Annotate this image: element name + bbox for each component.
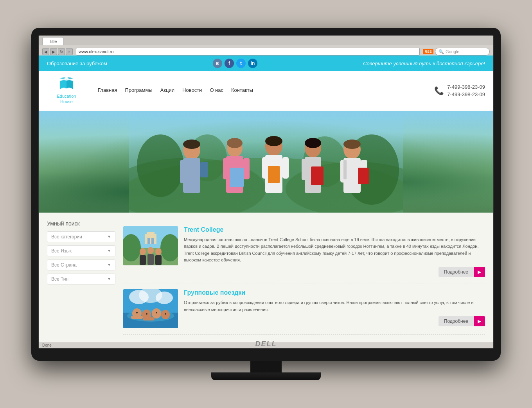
nav-news[interactable]: Новости (182, 87, 202, 94)
dropdown-arrow-country: ▼ (107, 263, 111, 267)
articles-list: Trent College Международная частная школ… (123, 220, 485, 335)
dropdown-arrow-type: ▼ (107, 277, 111, 281)
nav-programs[interactable]: Программы (125, 87, 152, 94)
dropdown-arrow-category: ▼ (107, 234, 111, 239)
filter-country[interactable]: Все Страна ▼ (47, 259, 115, 270)
monitor-stand-base (211, 372, 321, 380)
top-bar: Образование за рубежом в f t in Совершит… (39, 55, 493, 71)
article-content-trent: Trent College Международная частная школ… (184, 226, 485, 277)
status-text: Done (42, 343, 52, 347)
tab-title: Title (49, 39, 57, 44)
group-trips-image (123, 289, 178, 328)
article-title-trent[interactable]: Trent College (184, 226, 485, 233)
read-more-btn-trent[interactable]: Подробнее (439, 267, 474, 277)
svg-point-30 (305, 138, 321, 148)
filter-category[interactable]: Все категории ▼ (47, 231, 115, 242)
forward-button[interactable]: ▶ (50, 48, 57, 55)
svg-rect-47 (155, 255, 162, 265)
article-group-trips: Групповые поездки Отправьтесь за рубеж в… (123, 283, 485, 335)
article-content-group: Групповые поездки Отправьтесь за рубеж в… (184, 289, 485, 328)
logo-text: Education House (57, 93, 76, 105)
article-thumb-group (123, 289, 178, 328)
svg-point-42 (140, 248, 146, 255)
article-title-group[interactable]: Групповые поездки (184, 289, 485, 296)
article-thumb-trent (123, 226, 178, 265)
nav-home[interactable]: Главная (98, 87, 117, 94)
svg-point-13 (183, 140, 200, 149)
hero-overlay (39, 111, 493, 213)
article-trent-college: Trent College Международная частная школ… (123, 220, 485, 283)
url-bar[interactable]: www.olex-sandi.ru (76, 48, 420, 55)
logo-area[interactable]: Education House (47, 77, 86, 105)
svg-point-19 (227, 138, 243, 148)
svg-point-25 (265, 136, 282, 146)
svg-point-61 (156, 312, 157, 313)
back-button[interactable]: ◀ (42, 48, 49, 55)
filter-language[interactable]: Все Язык ▼ (47, 245, 115, 256)
social-linkedin[interactable]: in (248, 59, 257, 68)
read-more-arrow-group[interactable]: ▶ (474, 316, 485, 326)
svg-rect-28 (302, 159, 308, 180)
topbar-right-text: Совершите успешный путь к достойной карь… (363, 61, 485, 66)
social-twitter[interactable]: t (236, 59, 246, 68)
svg-rect-45 (147, 254, 154, 265)
svg-rect-29 (311, 166, 324, 185)
social-icons: в f t in (213, 59, 257, 68)
browser-nav-buttons: ◀ ▶ ↻ ⌂ (42, 48, 73, 55)
rss-badge[interactable]: RSS (423, 49, 433, 54)
svg-rect-17 (243, 158, 250, 179)
home-button[interactable]: ⌂ (66, 48, 73, 55)
read-more-row-group: Подробнее ▶ (184, 316, 485, 326)
svg-rect-63 (131, 316, 143, 319)
read-more-btn-group[interactable]: Подробнее (439, 316, 474, 326)
svg-rect-48 (145, 234, 156, 244)
svg-rect-23 (282, 157, 289, 179)
social-vk[interactable]: в (213, 59, 222, 68)
article-text-group: Отправьтесь за рубеж в сопровождении опы… (184, 299, 485, 313)
refresh-button[interactable]: ↻ (58, 48, 65, 55)
phone-number-1[interactable]: 7-499-398-23-09 (447, 83, 485, 91)
read-more-arrow-trent[interactable]: ▶ (474, 267, 485, 277)
browser-search[interactable]: 🔍 Google (435, 48, 490, 55)
browser-tab-bar: Title (39, 36, 493, 45)
browser-tab[interactable]: Title (42, 37, 63, 45)
phone-icon: 📞 (434, 86, 444, 95)
browser-chrome: ◀ ▶ ↻ ⌂ www.olex-sandi.ru RSS 🔍 Google (39, 45, 493, 55)
phone-numbers: 7-499-398-23-09 7-499-398-23-09 (447, 83, 485, 98)
svg-rect-64 (143, 317, 155, 320)
filter-type[interactable]: Все Тип ▼ (47, 274, 115, 285)
dell-logo: DELL (255, 340, 277, 348)
hero-banner (39, 111, 493, 213)
svg-rect-22 (262, 157, 268, 179)
website-content: Образование за рубежом в f t in Совершит… (39, 55, 493, 342)
main-content: Умный поиск Все категории ▼ Все Язык ▼ В… (39, 213, 493, 342)
topbar-left-text: Образование за рубежом (47, 61, 107, 66)
svg-rect-50 (147, 238, 150, 244)
phone-number-2[interactable]: 7-499-398-23-09 (447, 91, 485, 98)
svg-rect-43 (140, 255, 146, 265)
svg-rect-49 (147, 232, 155, 235)
social-facebook[interactable]: f (225, 59, 234, 68)
url-text: www.olex-sandi.ru (79, 49, 113, 54)
svg-point-60 (146, 313, 147, 315)
sidebar: Умный поиск Все категории ▼ Все Язык ▼ В… (47, 220, 115, 335)
monitor-screen: Title ◀ ▶ ↻ ⌂ www.olex-sandi.ru RSS (38, 35, 494, 349)
svg-point-62 (165, 313, 166, 315)
svg-point-44 (147, 247, 154, 254)
site-header: Education House Главная Программы Акции … (39, 71, 493, 111)
nav-offers[interactable]: Акции (160, 87, 174, 94)
nav-about[interactable]: О нас (210, 87, 223, 94)
nav-contacts[interactable]: Контакты (231, 87, 253, 94)
phone-area: 📞 7-499-398-23-09 7-499-398-23-09 (434, 83, 485, 98)
svg-rect-35 (358, 168, 369, 184)
search-icon: 🔍 (439, 49, 444, 54)
main-nav: Главная Программы Акции Новости О нас Ко… (98, 87, 434, 94)
svg-rect-11 (189, 160, 196, 183)
svg-point-67 (156, 292, 173, 304)
svg-rect-16 (223, 158, 229, 179)
svg-rect-24 (268, 166, 280, 183)
svg-point-37 (343, 140, 361, 149)
read-more-row-trent: Подробнее ▶ (184, 267, 485, 277)
svg-rect-36 (343, 160, 347, 179)
svg-rect-12 (200, 162, 208, 177)
